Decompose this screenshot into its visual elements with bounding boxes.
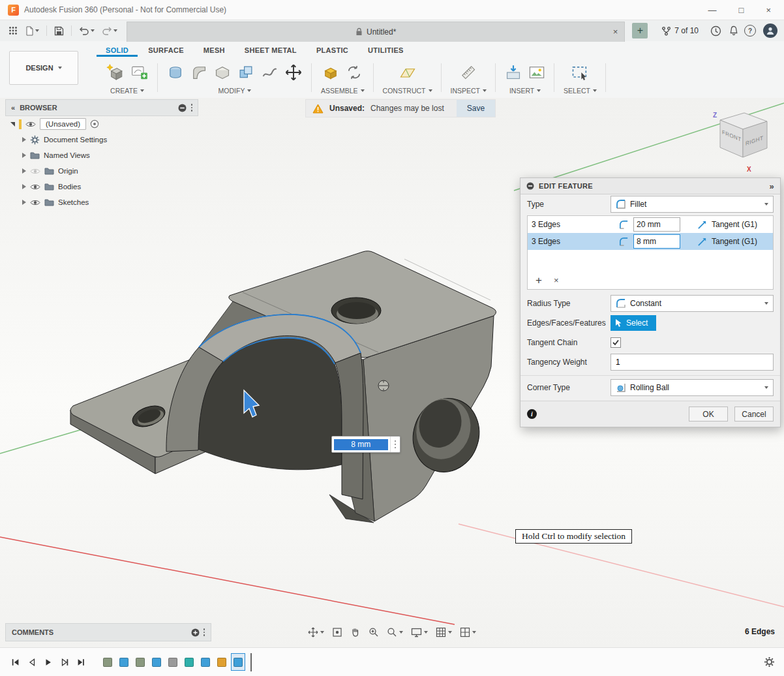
- timeline-feature-extrude[interactable]: [117, 653, 131, 671]
- tab-surface[interactable]: SURFACE: [139, 43, 193, 57]
- tangent-condition-value[interactable]: Tangent (G1): [712, 220, 757, 229]
- document-name[interactable]: (Unsaved): [40, 118, 86, 130]
- shell-icon[interactable]: [214, 64, 231, 81]
- timeline-feature-hole[interactable]: [166, 653, 180, 671]
- visibility-eye-icon[interactable]: [30, 183, 40, 191]
- expander-open-icon[interactable]: [10, 122, 15, 127]
- browser-row-named-views[interactable]: Named Views: [5, 147, 198, 163]
- workspace-selector[interactable]: DESIGN: [9, 51, 78, 85]
- type-dropdown[interactable]: Fillet: [611, 196, 774, 213]
- selected-edge[interactable]: [199, 315, 361, 353]
- play-button[interactable]: [42, 656, 55, 669]
- create-sketch-icon[interactable]: [130, 63, 149, 82]
- collapse-all-icon[interactable]: [178, 104, 187, 112]
- redo-button[interactable]: [100, 23, 119, 38]
- timeline-feature-fillet[interactable]: [215, 653, 229, 671]
- browser-row-sketches[interactable]: Sketches: [5, 194, 198, 210]
- cancel-button[interactable]: Cancel: [734, 407, 774, 422]
- browser-row-document-settings[interactable]: Document Settings: [5, 132, 198, 147]
- combine-icon[interactable]: [237, 64, 254, 81]
- timeline-playhead[interactable]: [250, 653, 252, 671]
- version-control-button[interactable]: 7 of 10: [661, 26, 699, 36]
- maximize-button[interactable]: □: [739, 5, 744, 15]
- tab-plastic[interactable]: PLASTIC: [307, 43, 357, 57]
- radius-input-active[interactable]: [633, 234, 680, 249]
- orbit-icon[interactable]: [308, 627, 324, 638]
- new-solid-icon[interactable]: [106, 63, 124, 82]
- file-menu-button[interactable]: [23, 23, 41, 38]
- timeline-feature-sketch[interactable]: [133, 653, 147, 671]
- timeline-feature-sketch[interactable]: [100, 653, 115, 671]
- tangency-weight-input[interactable]: [611, 354, 774, 371]
- minimize-button[interactable]: —: [708, 5, 717, 15]
- timeline-feature-shell[interactable]: [182, 653, 196, 671]
- corner-type-dropdown[interactable]: Rolling Ball: [611, 379, 774, 396]
- measure-icon[interactable]: [460, 64, 477, 81]
- remove-edge-set-button[interactable]: ×: [554, 275, 559, 285]
- visibility-eye-off-icon[interactable]: [30, 168, 40, 175]
- timeline-feature-extrude[interactable]: [149, 653, 164, 671]
- panel-grip-icon[interactable]: [191, 104, 193, 112]
- edge-set-row-selected[interactable]: 3 Edges Tangent (G1): [528, 233, 773, 250]
- create-menu-button[interactable]: CREATE: [110, 85, 144, 97]
- close-button[interactable]: ×: [766, 5, 771, 15]
- visibility-eye-icon[interactable]: [30, 199, 40, 206]
- dimension-value[interactable]: 8 mm: [334, 439, 388, 450]
- split-icon[interactable]: [261, 64, 278, 81]
- move-copy-icon[interactable]: [284, 63, 303, 82]
- skip-to-end-button[interactable]: [74, 656, 87, 669]
- timeline-settings-gear-icon[interactable]: [764, 656, 775, 668]
- tab-close-icon[interactable]: ×: [613, 27, 618, 37]
- select-button[interactable]: Select: [611, 315, 656, 331]
- dimension-input[interactable]: 8 mm: [331, 436, 400, 453]
- model-body[interactable]: [70, 251, 496, 523]
- step-forward-button[interactable]: [58, 656, 71, 669]
- viewports-icon[interactable]: [460, 627, 476, 638]
- ok-button[interactable]: OK: [689, 407, 728, 422]
- save-now-button[interactable]: Save: [457, 100, 495, 117]
- zoom-window-icon[interactable]: [387, 627, 403, 638]
- tangent-condition-value[interactable]: Tangent (G1): [712, 237, 757, 246]
- panel-collapse-icon[interactable]: «: [11, 104, 15, 112]
- viewcube-right-label[interactable]: RIGHT: [746, 134, 763, 147]
- browser-row-document[interactable]: (Unsaved): [5, 116, 198, 132]
- radius-input[interactable]: [633, 217, 680, 232]
- expander-closed-icon[interactable]: [22, 168, 26, 174]
- dimension-grip-icon[interactable]: [390, 437, 400, 452]
- timeline-feature-extrude[interactable]: [198, 653, 213, 671]
- help-button[interactable]: ?: [744, 25, 756, 37]
- new-component-icon[interactable]: [322, 64, 339, 81]
- add-comment-icon[interactable]: [191, 628, 200, 637]
- pan-icon[interactable]: [350, 627, 361, 638]
- insert-canvas-icon[interactable]: [505, 64, 522, 81]
- viewcube[interactable]: FRONT RIGHT Z X: [713, 112, 767, 173]
- press-pull-icon[interactable]: [167, 64, 184, 81]
- expander-closed-icon[interactable]: [22, 153, 26, 158]
- tab-sheet-metal[interactable]: SHEET METAL: [235, 43, 306, 57]
- dialog-menu-icon[interactable]: [526, 182, 534, 190]
- add-edge-set-button[interactable]: +: [535, 277, 542, 284]
- job-status-button[interactable]: [708, 23, 723, 38]
- document-tab[interactable]: Untitled* ×: [127, 22, 625, 42]
- undo-button[interactable]: [77, 23, 97, 38]
- window-select-icon[interactable]: [571, 64, 589, 81]
- activate-radio-icon[interactable]: [90, 119, 99, 129]
- zoom-icon[interactable]: [369, 627, 379, 638]
- radius-type-dropdown[interactable]: Constant: [611, 295, 774, 312]
- select-menu-button[interactable]: SELECT: [564, 85, 597, 97]
- tangent-chain-checkbox[interactable]: [611, 337, 621, 348]
- construct-menu-button[interactable]: CONSTRUCT: [383, 85, 432, 97]
- expander-closed-icon[interactable]: [22, 200, 26, 205]
- selected-edge[interactable]: [223, 338, 335, 364]
- joint-icon[interactable]: [346, 64, 363, 81]
- modify-menu-button[interactable]: MODIFY: [219, 85, 252, 97]
- notifications-button[interactable]: [727, 23, 741, 38]
- info-icon[interactable]: i: [527, 409, 537, 419]
- browser-row-bodies[interactable]: Bodies: [5, 179, 198, 194]
- app-grid-icon[interactable]: [7, 23, 20, 38]
- timeline-feature-fillet-editing[interactable]: [231, 653, 245, 671]
- viewport[interactable]: FRONT RIGHT Z X « BROWSER (Unsaved): [0, 98, 784, 647]
- viewcube-front-label[interactable]: FRONT: [722, 129, 741, 143]
- save-button[interactable]: [52, 23, 66, 38]
- browser-header[interactable]: « BROWSER: [5, 99, 198, 116]
